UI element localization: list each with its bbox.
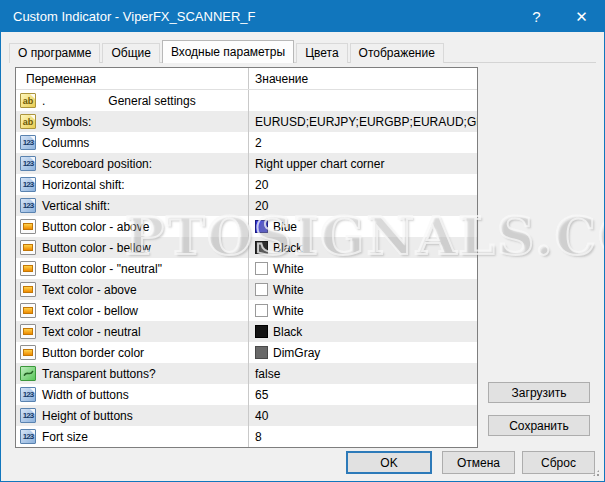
- reset-button[interactable]: Сброс: [522, 451, 595, 474]
- table-row[interactable]: 123Fort size8: [16, 426, 477, 447]
- param-name-cell: Button color - above: [16, 216, 248, 237]
- table-row[interactable]: Button color - aboveBlue: [16, 216, 477, 237]
- param-name: Symbols:: [42, 115, 91, 129]
- table-row[interactable]: Button border colorDimGray: [16, 342, 477, 363]
- color-param-icon: [20, 324, 36, 339]
- param-value-cell[interactable]: Black: [248, 321, 477, 342]
- table-row[interactable]: abSymbols:EURUSD;EURJPY;EURGBP;EURAUD;GB…: [16, 111, 477, 132]
- color-swatch: [255, 346, 268, 359]
- param-name: Button border color: [42, 346, 144, 360]
- group-title: General settings: [56, 94, 248, 108]
- color-param-icon: [20, 240, 36, 255]
- table-row[interactable]: ab.General settings: [16, 90, 477, 111]
- param-value-cell[interactable]: 8: [248, 426, 477, 447]
- param-value-cell[interactable]: Black: [248, 237, 477, 258]
- param-name: Button color - bellow: [42, 241, 151, 255]
- color-swatch: [255, 262, 268, 275]
- table-row[interactable]: 123Horizontal shift:20: [16, 174, 477, 195]
- param-value-cell[interactable]: 20: [248, 195, 477, 216]
- load-button[interactable]: Загрузить: [488, 382, 590, 403]
- param-value-cell[interactable]: White: [248, 258, 477, 279]
- color-swatch: [255, 283, 268, 296]
- ok-button[interactable]: OK: [346, 451, 432, 474]
- param-name: Button color - above: [42, 220, 149, 234]
- param-value: White: [273, 304, 304, 318]
- param-value: Black: [273, 241, 302, 255]
- param-value-cell[interactable]: Right upper chart corner: [248, 153, 477, 174]
- tabstrip: О программеОбщиеВходные параметрыЦветаОт…: [9, 40, 596, 63]
- table-row[interactable]: 123Scoreboard position:Right upper chart…: [16, 153, 477, 174]
- cancel-button[interactable]: Отмена: [442, 451, 515, 474]
- titlebar: Custom Indicator - ViperFX_SCANNER_F ? ✕: [1, 1, 604, 32]
- param-name-cell: 123Width of buttons: [16, 384, 248, 405]
- param-name: Horizontal shift:: [42, 178, 125, 192]
- tab-display[interactable]: Отображение: [350, 43, 444, 63]
- table-row[interactable]: 123Width of buttons65: [16, 384, 477, 405]
- column-header-variable: Переменная: [16, 72, 248, 86]
- help-button[interactable]: ?: [514, 1, 559, 32]
- param-name-cell: Button color - "neutral": [16, 258, 248, 279]
- color-param-icon: [20, 303, 36, 318]
- color-swatch: [255, 241, 268, 254]
- param-name: Transparent buttons?: [42, 367, 156, 381]
- param-value-cell[interactable]: 65: [248, 384, 477, 405]
- param-name: Text color - above: [42, 283, 137, 297]
- param-value: false: [255, 367, 280, 381]
- color-swatch: [255, 304, 268, 317]
- param-name-cell: 123Scoreboard position:: [16, 153, 248, 174]
- param-value-cell[interactable]: 2: [248, 132, 477, 153]
- param-value: Black: [273, 325, 302, 339]
- color-swatch: [255, 220, 268, 233]
- param-value-cell[interactable]: 20: [248, 174, 477, 195]
- param-value-cell[interactable]: White: [248, 300, 477, 321]
- table-row[interactable]: Button color - bellowBlack: [16, 237, 477, 258]
- param-value-cell[interactable]: Blue: [248, 216, 477, 237]
- param-value-cell[interactable]: 40: [248, 405, 477, 426]
- save-button[interactable]: Сохранить: [488, 415, 590, 436]
- param-name-cell: 123Columns: [16, 132, 248, 153]
- table-row[interactable]: Text color - bellowWhite: [16, 300, 477, 321]
- table-row[interactable]: 123Columns2: [16, 132, 477, 153]
- param-name-cell: ab.General settings: [16, 90, 248, 111]
- param-value-cell[interactable]: false: [248, 363, 477, 384]
- param-name-cell: Transparent buttons?: [16, 363, 248, 384]
- tab-common[interactable]: Общие: [102, 43, 159, 63]
- color-param-icon: [20, 345, 36, 360]
- param-name-cell: 123Vertical shift:: [16, 195, 248, 216]
- bool-param-icon: [20, 366, 36, 381]
- param-name: Vertical shift:: [42, 199, 110, 213]
- table-row[interactable]: Text color - neutralBlack: [16, 321, 477, 342]
- param-value: 40: [255, 409, 268, 423]
- close-button[interactable]: ✕: [559, 1, 604, 32]
- window-title: Custom Indicator - ViperFX_SCANNER_F: [1, 9, 514, 24]
- color-param-icon: [20, 219, 36, 234]
- table-row[interactable]: Button color - "neutral"White: [16, 258, 477, 279]
- text-param-icon: ab: [20, 93, 36, 108]
- param-name: .: [42, 94, 45, 108]
- param-rows: ab.General settingsabSymbols:EURUSD;EURJ…: [16, 90, 477, 447]
- number-param-icon: 123: [20, 387, 36, 402]
- param-value: 8: [255, 430, 262, 444]
- number-param-icon: 123: [20, 156, 36, 171]
- tab-inputs[interactable]: Входные параметры: [162, 40, 294, 63]
- dialog-window: Custom Indicator - ViperFX_SCANNER_F ? ✕…: [0, 0, 605, 482]
- param-value-cell[interactable]: [248, 90, 477, 111]
- table-row[interactable]: 123Height of buttons40: [16, 405, 477, 426]
- param-name-cell: abSymbols:: [16, 111, 248, 132]
- tab-colors[interactable]: Цвета: [296, 43, 347, 63]
- table-row[interactable]: Transparent buttons?false: [16, 363, 477, 384]
- param-name-cell: Button color - bellow: [16, 237, 248, 258]
- param-value: DimGray: [273, 346, 320, 360]
- param-name-cell: 123Horizontal shift:: [16, 174, 248, 195]
- param-value: Blue: [273, 220, 297, 234]
- param-name: Width of buttons: [42, 388, 129, 402]
- param-value-cell[interactable]: EURUSD;EURJPY;EURGBP;EURAUD;GB...: [248, 111, 477, 132]
- param-name: Columns: [42, 136, 89, 150]
- param-name: Button color - "neutral": [42, 262, 162, 276]
- param-value-cell[interactable]: White: [248, 279, 477, 300]
- tab-about[interactable]: О программе: [9, 43, 100, 63]
- table-row[interactable]: 123Vertical shift:20: [16, 195, 477, 216]
- param-value-cell[interactable]: DimGray: [248, 342, 477, 363]
- table-row[interactable]: Text color - aboveWhite: [16, 279, 477, 300]
- color-param-icon: [20, 261, 36, 276]
